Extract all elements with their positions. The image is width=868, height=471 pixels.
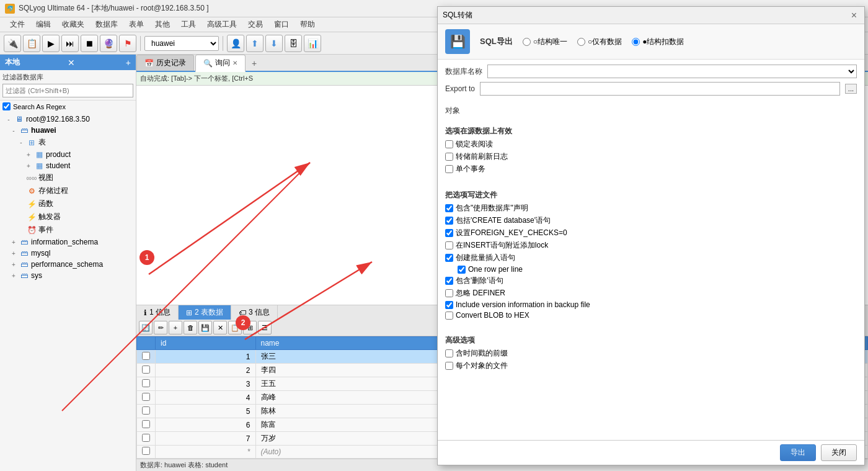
- row-checkbox[interactable]: [137, 350, 156, 364]
- db-selector[interactable]: huawei: [144, 36, 219, 51]
- menu-tools[interactable]: 工具: [176, 18, 201, 31]
- table-btn-delete[interactable]: 🗑: [184, 321, 197, 334]
- cb-use-db[interactable]: [445, 204, 453, 212]
- cb-create-db[interactable]: [445, 217, 453, 225]
- toolbar-stop[interactable]: ⏹: [81, 35, 98, 52]
- browse-btn[interactable]: ...: [845, 84, 857, 94]
- radio-struct-data[interactable]: ●结构扣数据: [632, 37, 684, 47]
- tree-item-mysql[interactable]: + 🗃 mysql: [0, 248, 136, 259]
- left-panel-add[interactable]: +: [126, 58, 131, 68]
- tree-item-sys[interactable]: + 🗃 sys: [0, 270, 136, 281]
- left-panel-close[interactable]: ✕: [68, 58, 75, 68]
- table-btn-edit[interactable]: ✏: [154, 321, 167, 334]
- toolbar-table-wizard[interactable]: ⚑: [119, 35, 136, 52]
- expand-tables[interactable]: -: [17, 139, 25, 146]
- cb-convert-blob[interactable]: [445, 312, 453, 320]
- cell-name[interactable]: 陈富: [255, 418, 445, 432]
- cell-id[interactable]: 5: [156, 405, 256, 418]
- db-name-select[interactable]: [487, 65, 857, 78]
- dialog-export-btn[interactable]: 导出: [780, 444, 816, 461]
- tree-item-product[interactable]: + ▦ product: [0, 149, 136, 160]
- menu-help[interactable]: 帮助: [295, 18, 320, 31]
- cell-name[interactable]: 李四: [255, 364, 445, 377]
- row-checkbox[interactable]: [137, 418, 156, 432]
- table-btn-refresh[interactable]: 🔄: [139, 321, 153, 334]
- toolbar-new-connection[interactable]: 🔌: [4, 35, 21, 52]
- tab-query-close[interactable]: ✕: [232, 60, 237, 66]
- row-checkbox[interactable]: [137, 432, 156, 446]
- cb-single-trans[interactable]: [445, 165, 453, 173]
- toolbar-new-query[interactable]: 📋: [23, 35, 40, 52]
- row-checkbox[interactable]: [137, 364, 156, 377]
- table-btn-add[interactable]: +: [169, 321, 182, 334]
- tree-item-tables[interactable]: - ⊞ 表: [0, 136, 136, 149]
- menu-other[interactable]: 其他: [150, 18, 175, 31]
- toolbar-import[interactable]: ⬆: [246, 35, 264, 52]
- menu-transaction[interactable]: 交易: [243, 18, 268, 31]
- search-regex-checkbox[interactable]: [2, 102, 11, 110]
- cb-version-info[interactable]: [445, 301, 453, 309]
- toolbar-execute[interactable]: ▶: [42, 35, 60, 52]
- cell-id[interactable]: 7: [156, 432, 256, 446]
- table-btn-save[interactable]: 💾: [198, 321, 212, 334]
- radio-data-only[interactable]: ○仅有数据: [577, 37, 622, 47]
- tab-tabledata[interactable]: ⊞ 2 表数据: [179, 305, 231, 320]
- cell-id[interactable]: 2: [156, 364, 256, 377]
- cb-ignore-definer[interactable]: [445, 289, 453, 297]
- toolbar-execute-all[interactable]: ⏭: [61, 35, 79, 52]
- expand-root[interactable]: -: [5, 115, 12, 123]
- cell-name[interactable]: 万岁: [255, 432, 445, 446]
- tree-item-views[interactable]: ∞∞ 视图: [0, 171, 136, 184]
- expand-student[interactable]: +: [25, 162, 32, 169]
- cb-per-object[interactable]: [445, 362, 453, 370]
- cell-name[interactable]: 张三: [255, 350, 445, 364]
- table-btn-list[interactable]: ☰: [258, 321, 272, 334]
- cell-name[interactable]: (Auto): [255, 446, 445, 459]
- cb-bulk-insert[interactable]: [445, 254, 453, 262]
- expand-mysql[interactable]: +: [10, 249, 17, 257]
- tab-history[interactable]: 📅 历史记录: [136, 55, 194, 71]
- cell-id[interactable]: 1: [156, 350, 256, 364]
- row-checkbox[interactable]: [137, 405, 156, 418]
- tree-item-events[interactable]: ⏰ 事件: [0, 223, 136, 236]
- tree-item-triggers[interactable]: ⚡ 触发器: [0, 210, 136, 223]
- cell-name[interactable]: 高峰: [255, 391, 445, 405]
- tab-query[interactable]: 🔍 询问 ✕: [195, 55, 246, 72]
- toolbar-user-manager[interactable]: 👤: [227, 35, 244, 52]
- cb-lock-table[interactable]: [445, 140, 453, 148]
- expand-huawei[interactable]: -: [10, 127, 17, 134]
- expand-info-schema[interactable]: +: [10, 238, 17, 246]
- search-regex-label[interactable]: Search As Regex: [13, 103, 66, 110]
- cb-flush-log[interactable]: [445, 153, 453, 161]
- cell-id[interactable]: 6: [156, 418, 256, 432]
- menu-database[interactable]: 数据库: [91, 18, 123, 31]
- cell-id[interactable]: 3: [156, 377, 256, 391]
- table-btn-discard[interactable]: ✕: [213, 321, 227, 334]
- row-checkbox[interactable]: [137, 377, 156, 391]
- tree-item-root[interactable]: - 🖥 root@192.168.3.50: [0, 114, 136, 125]
- expand-perf-schema[interactable]: +: [10, 261, 17, 268]
- tree-item-huawei[interactable]: - 🗃 huawei: [0, 125, 136, 136]
- menu-edit[interactable]: 编辑: [31, 18, 56, 31]
- cb-foreign-key[interactable]: [445, 229, 453, 237]
- menu-table[interactable]: 表单: [124, 18, 149, 31]
- tab-add[interactable]: +: [247, 56, 262, 71]
- export-to-input[interactable]: [480, 82, 840, 96]
- toolbar-export[interactable]: ⬇: [265, 35, 283, 52]
- row-checkbox[interactable]: [137, 446, 156, 459]
- cb-one-row[interactable]: [458, 266, 466, 274]
- toolbar-backup[interactable]: 🗄: [285, 35, 302, 52]
- cell-name[interactable]: 陈林: [255, 405, 445, 418]
- menu-window[interactable]: 窗口: [269, 18, 294, 31]
- cb-time-stamp[interactable]: [445, 349, 453, 357]
- menu-favorites[interactable]: 收藏夹: [57, 18, 89, 31]
- tree-item-info-schema[interactable]: + 🗃 information_schema: [0, 236, 136, 248]
- toolbar-db-wizard[interactable]: 🔮: [100, 35, 117, 52]
- tree-item-student[interactable]: + ▦ student: [0, 160, 136, 171]
- cell-name[interactable]: 王五: [255, 377, 445, 391]
- menu-advanced-tools[interactable]: 高级工具: [202, 18, 242, 31]
- expand-product[interactable]: +: [25, 151, 32, 158]
- menu-file[interactable]: 文件: [5, 18, 30, 31]
- radio-struct-only[interactable]: ○结构唯一: [523, 37, 567, 47]
- dialog-close-btn[interactable]: ×: [849, 10, 859, 21]
